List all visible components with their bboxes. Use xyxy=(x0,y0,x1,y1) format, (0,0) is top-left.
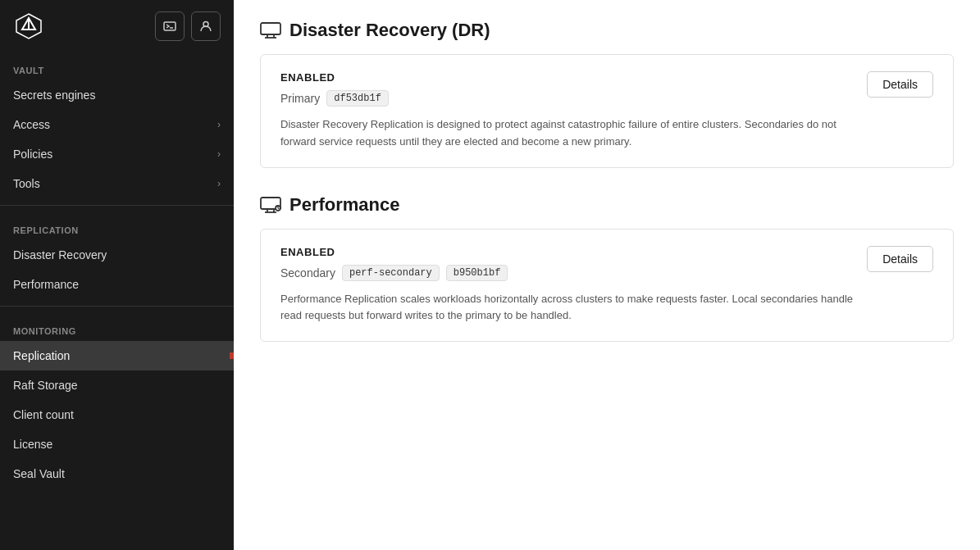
perf-role-badge2: b950b1bf xyxy=(446,265,508,281)
perf-role-row: Secondary perf-secondary b950b1bf xyxy=(280,265,933,281)
sidebar-item-raft-storage[interactable]: Raft Storage xyxy=(0,370,234,400)
client-count-label: Client count xyxy=(13,408,74,421)
secrets-engines-label: Secrets engines xyxy=(13,89,95,102)
disaster-recovery-label: Disaster Recovery xyxy=(13,248,107,261)
perf-card: ENABLED Secondary perf-secondary b950b1b… xyxy=(260,229,954,343)
replication-section-label: Replication xyxy=(0,212,234,240)
dr-role-row: Primary df53db1f xyxy=(280,90,933,107)
seal-vault-label: Seal Vault xyxy=(13,467,65,480)
dr-card: ENABLED Primary df53db1f Disaster Recove… xyxy=(260,54,954,168)
sidebar-item-policies[interactable]: Policies › xyxy=(0,139,234,169)
perf-status: ENABLED xyxy=(280,246,933,258)
performance-label: Performance xyxy=(13,278,79,291)
arrow-icon xyxy=(230,347,234,365)
main-content: Disaster Recovery (DR) ENABLED Primary d… xyxy=(234,0,980,550)
sidebar-item-performance[interactable]: Performance xyxy=(0,270,234,299)
divider-1 xyxy=(0,205,234,206)
tools-label: Tools xyxy=(13,177,40,190)
access-label: Access xyxy=(13,118,50,131)
terminal-button[interactable] xyxy=(155,11,185,41)
sidebar-item-seal-vault[interactable]: Seal Vault xyxy=(0,459,234,489)
vault-logo xyxy=(13,11,44,42)
svg-marker-6 xyxy=(230,347,234,365)
policies-chevron-icon: › xyxy=(217,148,221,160)
user-button[interactable] xyxy=(191,11,221,41)
perf-role-badge1: perf-secondary xyxy=(342,265,440,281)
dr-status: ENABLED xyxy=(280,71,933,84)
vault-section-label: Vault xyxy=(0,52,234,80)
dr-section-title: Disaster Recovery (DR) xyxy=(260,20,954,41)
sidebar-item-license[interactable]: License xyxy=(0,430,234,459)
perf-role-label: Secondary xyxy=(280,266,335,280)
dr-icon xyxy=(260,21,281,39)
sidebar-item-replication[interactable]: Replication xyxy=(0,341,234,370)
sidebar-item-disaster-recovery[interactable]: Disaster Recovery xyxy=(0,240,234,270)
svg-line-17 xyxy=(278,208,280,209)
sidebar-item-client-count[interactable]: Client count xyxy=(0,400,234,430)
policies-label: Policies xyxy=(13,148,52,161)
access-chevron-icon: › xyxy=(217,119,221,130)
monitoring-section-label: Monitoring xyxy=(0,313,234,341)
raft-storage-label: Raft Storage xyxy=(13,379,78,392)
header-icons xyxy=(155,11,221,41)
dr-role-badge: df53db1f xyxy=(326,90,389,107)
dr-description: Disaster Recovery Replication is designe… xyxy=(280,116,855,151)
replication-label: Replication xyxy=(13,349,70,362)
dr-details-button[interactable]: Details xyxy=(867,71,933,98)
sidebar: Vault Secrets engines Access › Policies … xyxy=(0,0,234,550)
dr-role-label: Primary xyxy=(280,92,320,105)
sidebar-header xyxy=(0,0,234,52)
perf-description: Performance Replication scales workloads… xyxy=(280,291,855,325)
sidebar-item-access[interactable]: Access › xyxy=(0,110,234,139)
perf-section-title: Performance xyxy=(260,194,954,216)
svg-rect-7 xyxy=(261,23,280,34)
tools-chevron-icon: › xyxy=(217,178,221,189)
perf-icon xyxy=(260,196,281,214)
sidebar-item-tools[interactable]: Tools › xyxy=(0,169,234,198)
perf-details-button[interactable]: Details xyxy=(867,246,933,272)
license-label: License xyxy=(13,438,52,451)
divider-2 xyxy=(0,306,234,307)
sidebar-item-secrets-engines[interactable]: Secrets engines xyxy=(0,80,234,110)
